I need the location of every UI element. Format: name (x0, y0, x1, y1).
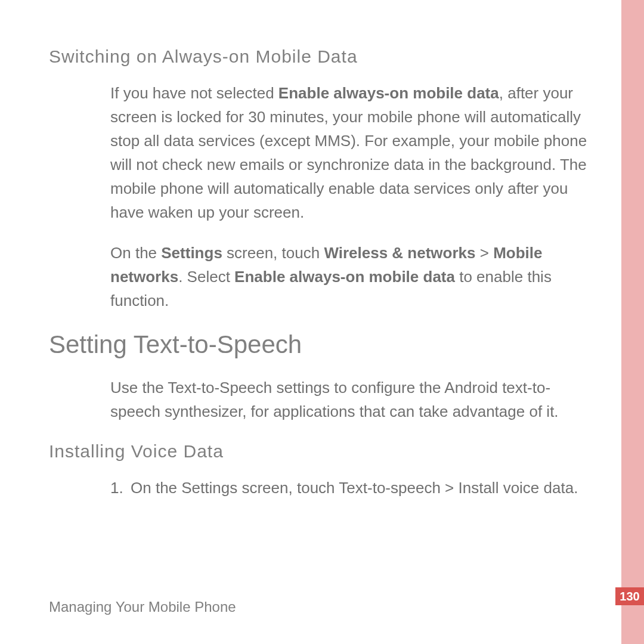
content-area: Switching on Always-on Mobile Data If yo… (49, 47, 597, 500)
text-run: . (574, 479, 578, 497)
heading-always-on-mobile-data: Switching on Always-on Mobile Data (49, 47, 597, 67)
text-run: > (476, 244, 494, 262)
text-run: screen, touch (222, 244, 324, 262)
list-text: On the Settings screen, touch Text-to-sp… (131, 476, 581, 500)
text-run: On the (110, 244, 161, 262)
page-number: 130 (615, 587, 644, 605)
bold-wireless-networks: Wireless & networks (324, 244, 475, 262)
bold-settings-2: Settings (181, 479, 237, 497)
footer-chapter-title: Managing Your Mobile Phone (49, 599, 236, 615)
heading-setting-text-to-speech: Setting Text-to-Speech (49, 330, 597, 359)
text-run: . Select (178, 268, 234, 286)
paragraph-always-on-explanation: If you have not selected Enable always-o… (110, 81, 592, 224)
list-number: 1. (110, 476, 131, 500)
paragraph-tts-intro: Use the Text-to-Speech settings to confi… (110, 376, 592, 423)
body-block-1: If you have not selected Enable always-o… (110, 81, 592, 312)
text-run: > (441, 479, 459, 497)
bold-enable-always-on-2: Enable always-on mobile data (234, 268, 455, 286)
body-block-2: Use the Text-to-Speech settings to confi… (110, 376, 592, 423)
text-run: If you have not selected (110, 84, 278, 102)
side-stripe (621, 0, 644, 644)
text-run: On the (131, 479, 181, 497)
bold-text-to-speech: Text-to-speech (339, 479, 441, 497)
heading-installing-voice-data: Installing Voice Data (49, 441, 597, 462)
bold-enable-always-on: Enable always-on mobile data (278, 84, 499, 102)
document-page: Switching on Always-on Mobile Data If yo… (0, 0, 644, 644)
bold-settings: Settings (161, 244, 222, 262)
bold-install-voice-data: Install voice data (458, 479, 574, 497)
list-item-1: 1. On the Settings screen, touch Text-to… (110, 476, 581, 500)
text-run: screen, touch (237, 479, 339, 497)
text-run: , after your screen is locked for 30 min… (110, 84, 587, 221)
paragraph-always-on-steps: On the Settings screen, touch Wireless &… (110, 241, 592, 312)
